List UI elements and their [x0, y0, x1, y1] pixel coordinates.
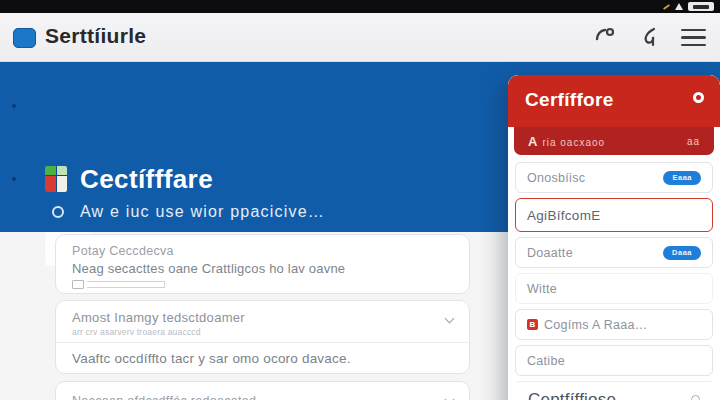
- certificate-grid-logo-icon: [45, 166, 67, 192]
- dropdown-item[interactable]: B Cogíms A Raaa…: [515, 309, 713, 340]
- options-card-row2-text: Vaaftc occdíffto tacr y sar omo ocoro da…: [72, 351, 453, 366]
- dropdown-header: Cerfíffore: [508, 75, 720, 127]
- options-card-subtitle: arr crv asarverv troaera auacccd: [72, 327, 453, 337]
- app-title: Serttíiurle: [45, 24, 146, 48]
- tray-triangle-icon: [675, 3, 683, 10]
- record-circle-icon[interactable]: [693, 92, 704, 103]
- status-badge: Eaaa: [663, 171, 701, 185]
- battery-indicator-icon: [688, 2, 714, 11]
- tray-slash-icon: [663, 4, 670, 10]
- subheader-prefix: A: [528, 134, 537, 149]
- dropdown-item[interactable]: Catibe: [515, 345, 713, 376]
- checkbox-icon[interactable]: [72, 280, 84, 289]
- status-badge: Daaa: [663, 246, 701, 260]
- feedback-pen-icon[interactable]: [641, 27, 659, 49]
- dropdown-item[interactable]: Witte: [515, 273, 713, 304]
- b-square-icon: B: [527, 319, 538, 330]
- input-line: [87, 281, 165, 288]
- menu-icon[interactable]: [681, 29, 706, 47]
- header-toolbar: [593, 13, 706, 62]
- options-card: Amost Inamgy tedsctdoamer arr crv asarve…: [55, 300, 470, 374]
- dropdown-subheader-row[interactable]: A ria oacxaoo aa: [514, 127, 714, 155]
- bottom-card[interactable]: Naccaan ofdccdffóc redoacatad: [55, 381, 470, 400]
- hero-subtitle: Aw e iuc use wior ppacicive…: [80, 203, 325, 221]
- app-logo-icon: [13, 28, 36, 48]
- options-card-row1[interactable]: Amost Inamgy tedsctdoamer arr crv asarve…: [56, 301, 469, 343]
- dropdown-item-footer[interactable]: Ceptfíffiose.: [517, 381, 711, 400]
- policy-card[interactable]: Potay Ceccdecva Neag secacttes oane Crat…: [55, 234, 470, 294]
- hero-title: Cectífffare: [80, 164, 213, 195]
- system-title-bar: [0, 0, 720, 13]
- app-window: Serttíiurle Cectífffare Aw: [0, 0, 720, 400]
- chevron-down-icon: [445, 396, 453, 400]
- policy-card-line1: Potay Ceccdecva: [72, 244, 453, 258]
- policy-card-input[interactable]: [72, 280, 453, 289]
- chevron-down-icon: [445, 315, 453, 323]
- subheader-label: ria oacxaoo: [542, 137, 605, 148]
- dropdown-item[interactable]: Doaatte Daaa: [515, 237, 713, 268]
- options-card-row2[interactable]: Vaaftc occdíffto tacr y sar omo ocoro da…: [56, 343, 469, 366]
- hero-dot: [12, 104, 16, 108]
- certificate-dropdown-panel: Cerfíffore A ria oacxaoo aa Onosbíisc Ea…: [508, 75, 720, 400]
- subheader-right-label: aa: [687, 136, 700, 147]
- radio-circle-icon[interactable]: [691, 395, 700, 400]
- options-card-title: Amost Inamgy tedsctdoamer: [72, 310, 453, 325]
- sync-history-icon[interactable]: [593, 27, 619, 49]
- dropdown-title: Cerfíffore: [525, 89, 614, 111]
- circle-bullet-icon: [52, 206, 64, 218]
- system-tray: [663, 2, 714, 11]
- hero-subtitle-row: Aw e iuc use wior ppacicive…: [52, 203, 325, 221]
- dropdown-list: Onosbíisc Eaaa AgiBífcomE Doaatte Daaa W…: [508, 155, 720, 400]
- bottom-card-title: Naccaan ofdccdffóc redoacatad: [72, 394, 256, 400]
- dropdown-item[interactable]: Onosbíisc Eaaa: [515, 162, 713, 193]
- dropdown-item-selected[interactable]: AgiBífcomE: [515, 198, 713, 232]
- app-header: Serttíiurle: [0, 13, 720, 62]
- policy-card-line2: Neag secacttes oane Crattligcos ho lav o…: [72, 261, 453, 276]
- hero-dot: [12, 177, 16, 181]
